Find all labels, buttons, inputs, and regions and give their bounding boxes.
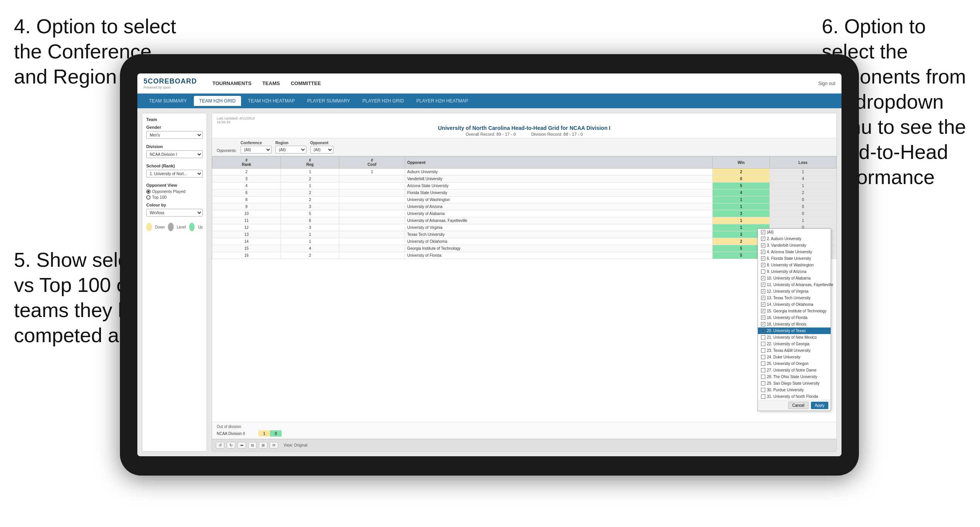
dropdown-item-label: 25. University of Oregon (767, 362, 809, 366)
cell-win: 1 (713, 196, 770, 203)
checkbox (761, 375, 765, 379)
dropdown-item[interactable]: 18. University of Illinois (758, 321, 831, 327)
dropdown-item-label: (All) (767, 230, 774, 234)
checkbox (761, 237, 765, 241)
dropdown-item-label: 4. Arizona State University (767, 250, 812, 254)
out-of-division: Out of division NCAA Division II 1 0 (212, 422, 836, 439)
dropdown-item-label: 6. Florida State University (767, 256, 811, 261)
back-btn[interactable]: ⬅ (238, 442, 246, 449)
col-loss: Loss (770, 157, 836, 169)
paste-btn[interactable]: ⊞ (259, 442, 267, 449)
opponent-dropdown[interactable]: (All)2. Auburn University3. Vanderbilt U… (758, 229, 831, 411)
sign-out-link[interactable]: Sign out (818, 81, 835, 86)
legend-down-label: Down (155, 225, 165, 229)
dropdown-item[interactable]: 21. University of New Mexico (758, 334, 831, 341)
checkbox (761, 302, 765, 307)
opponent-filter-select[interactable]: (All) (310, 146, 334, 153)
div2-win-bar: 1 (258, 430, 270, 437)
table-row: 16 2 University of Florida 5 1 (212, 252, 836, 259)
checkbox (761, 296, 765, 300)
dropdown-item[interactable]: 8. University of Washington (758, 262, 831, 268)
dropdown-item[interactable]: 4. Arizona State University (758, 249, 831, 255)
dropdown-item[interactable]: 28. The Ohio State University (758, 374, 831, 380)
dropdown-item[interactable]: 10. University of Alabama (758, 275, 831, 281)
dropdown-item[interactable]: 23. Texas A&M University (758, 347, 831, 354)
dropdown-item[interactable]: 12. University of Virginia (758, 288, 831, 295)
dropdown-item-label: 15. Georgia Institute of Technology (767, 309, 826, 313)
col-conf: #Conf (339, 157, 405, 169)
table-body: 2 1 1 Auburn University 2 1 3 2 Vanderbi… (212, 169, 836, 259)
logo-text: 5COREBOARD (144, 77, 197, 85)
conference-filter-select[interactable]: (All) (241, 146, 272, 153)
dropdown-item[interactable]: 11. University of Arkansas, Fayetteville (758, 281, 831, 288)
dropdown-item[interactable]: 9. University of Arizona (758, 268, 831, 275)
div2-name: NCAA Division II (217, 431, 255, 436)
cell-rank: 2 (212, 169, 281, 176)
cell-loss: 0 (770, 203, 836, 210)
dropdown-item[interactable]: 22. University of Georgia (758, 341, 831, 347)
colour-by-select[interactable]: Win/loss (146, 209, 203, 217)
cell-conf (339, 245, 405, 252)
dropdown-item-label: 12. University of Virginia (767, 289, 809, 293)
conference-filter-label: Conference (241, 141, 272, 145)
cell-opponent: University of Florida (405, 252, 712, 259)
refresh-btn[interactable]: ⟳ (270, 442, 278, 449)
col-reg: #Reg (281, 157, 339, 169)
tab-team-h2h-heatmap[interactable]: TEAM H2H HEATMAP (243, 96, 300, 106)
dropdown-apply-btn[interactable]: Apply (811, 402, 828, 409)
dropdown-item-label: 14. University of Oklahoma (767, 302, 813, 307)
tab-player-h2h-grid[interactable]: PLAYER H2H GRID (357, 96, 409, 106)
cell-win: 5 (713, 182, 770, 189)
nav-teams[interactable]: TEAMS (262, 79, 280, 88)
region-filter-select[interactable]: (All) (275, 146, 306, 153)
dropdown-cancel-btn[interactable]: Cancel (788, 402, 809, 409)
opponent-view-label: Opponent View (146, 183, 203, 188)
tab-team-h2h-grid[interactable]: TEAM H2H GRID (194, 96, 241, 106)
checkbox (761, 335, 765, 339)
checkbox (761, 355, 765, 359)
nav-committee[interactable]: COMMITTEE (291, 79, 321, 88)
tab-player-h2h-heatmap[interactable]: PLAYER H2H HEATMAP (411, 96, 474, 106)
school-label: School (Rank) (146, 164, 203, 168)
table-row: 2 1 1 Auburn University 2 1 (212, 169, 836, 176)
dropdown-item-label: 11. University of Arkansas, Fayetteville (767, 283, 833, 287)
cell-opponent: Auburn University (405, 169, 712, 176)
dropdown-item[interactable]: 13. Texas Tech University (758, 295, 831, 301)
cell-rank: 12 (212, 224, 281, 231)
dropdown-item[interactable]: 15. Georgia Institute of Technology (758, 308, 831, 314)
dropdown-item[interactable]: 6. Florida State University (758, 255, 831, 262)
main-content: Team Gender Men's Division NCAA Division… (137, 108, 841, 456)
copy-btn[interactable]: ⧉ (248, 442, 257, 449)
dropdown-item[interactable]: 2. Auburn University (758, 235, 831, 242)
dropdown-item[interactable]: 27. University of Notre Dame (758, 367, 831, 374)
dropdown-item[interactable]: 30. Purdue University (758, 387, 831, 393)
dropdown-item[interactable]: 24. Duke University (758, 354, 831, 360)
dropdown-item[interactable]: 31. University of North Florida (758, 393, 831, 400)
dropdown-item[interactable]: 29. San Diego State University (758, 380, 831, 387)
opponents-played-radio[interactable]: Opponents Played (146, 189, 203, 194)
table-row: 10 5 University of Alabama 3 0 (212, 210, 836, 217)
conference-filter-group: Conference (All) (241, 141, 272, 153)
dropdown-item[interactable]: 14. University of Oklahoma (758, 301, 831, 308)
dropdown-item[interactable]: 16. University of Florida (758, 314, 831, 321)
checkbox (761, 342, 765, 346)
dropdown-item[interactable]: 25. University of Oregon (758, 360, 831, 367)
dropdown-item[interactable]: 20. University of Texas (758, 327, 831, 334)
dropdown-item[interactable]: 3. Vanderbilt University (758, 242, 831, 249)
redo-btn[interactable]: ↻ (227, 442, 235, 449)
school-select[interactable]: 1. University of Nort... (146, 170, 203, 177)
filter-row: Opponents: Conference (All) Region (All) (212, 138, 836, 156)
h2h-table: #Rank #Reg #Conf Opponent Win Loss 2 1 1… (212, 156, 836, 259)
tab-team-summary[interactable]: TEAM SUMMARY (144, 96, 192, 106)
cell-conf (339, 224, 405, 231)
top100-label: Top 100 (152, 195, 166, 200)
undo-btn[interactable]: ↺ (216, 442, 224, 449)
dropdown-item[interactable]: (All) (758, 229, 831, 235)
top100-radio[interactable]: Top 100 (146, 195, 203, 200)
nav-tournaments[interactable]: TOURNAMENTS (212, 79, 251, 88)
tab-player-summary[interactable]: PLAYER SUMMARY (302, 96, 356, 106)
division-select[interactable]: NCAA Division I (146, 150, 203, 158)
gender-select[interactable]: Men's (146, 131, 203, 139)
right-panel: Last Updated: 4/11/201416:55:39 Universi… (212, 113, 837, 452)
cell-conf (339, 231, 405, 238)
